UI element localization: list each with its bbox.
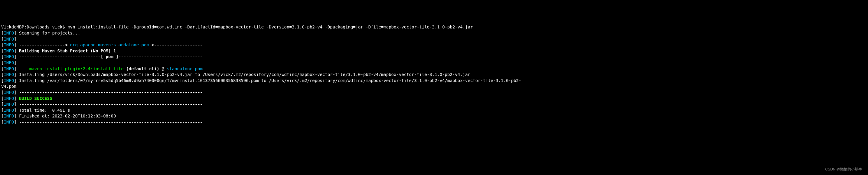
- bracket-close: ]: [14, 66, 16, 71]
- plugin-post: ---: [203, 66, 213, 71]
- bracket-close: ]: [14, 31, 16, 35]
- bracket-close: ]: [14, 96, 16, 101]
- plugin-target: standalone-pom: [167, 66, 203, 71]
- log-line: [INFO] --- maven-install-plugin:2.4:inst…: [1, 66, 867, 72]
- separator: ----------------------------------------…: [17, 120, 203, 124]
- command-line: VickdeMBP:Downloads vick$ mvn install:in…: [1, 24, 867, 30]
- separator: ----------------------------------------…: [17, 90, 203, 95]
- pom-separator: --------------------------------[ pom ]-…: [17, 54, 203, 59]
- bracket-close: ]: [14, 60, 16, 65]
- info-label: INFO: [4, 108, 14, 113]
- watermark-text: CSDN @懒惰的小蜗牛: [825, 167, 862, 172]
- log-line: [INFO]: [1, 60, 867, 66]
- building-text: Building Maven Stub Project (No POM) 1: [17, 49, 116, 53]
- plugin-name: maven-install-plugin:2.4:install-file: [29, 66, 124, 71]
- info-label: INFO: [4, 102, 14, 107]
- bracket-close: ]: [14, 120, 16, 124]
- bracket-close: ]: [14, 78, 16, 83]
- info-label: INFO: [4, 54, 14, 59]
- log-line-wrap: v4.pom: [1, 84, 867, 90]
- log-line: [INFO] Total time: 0.491 s: [1, 108, 867, 114]
- info-label: INFO: [4, 37, 14, 41]
- log-line: [INFO] BUILD SUCCESS: [1, 96, 867, 102]
- separator: ----------------------------------------…: [17, 102, 203, 107]
- plugin-pre: ---: [17, 66, 29, 71]
- log-line: [INFO] Installing /Users/vick/Downloads/…: [1, 72, 867, 78]
- total-time: Total time: 0.491 s: [17, 108, 70, 113]
- build-success: BUILD SUCCESS: [17, 96, 52, 101]
- finished-at: Finished at: 2023-02-20T10:12:03+08:00: [17, 114, 116, 118]
- info-label: INFO: [4, 66, 14, 71]
- dash-post: >-------------------: [149, 42, 203, 47]
- log-line: [INFO] --------------------------------[…: [1, 54, 867, 60]
- info-label: INFO: [4, 42, 14, 47]
- bracket-close: ]: [14, 49, 16, 53]
- log-line: [INFO] Scanning for projects...: [1, 30, 867, 36]
- info-label: INFO: [4, 90, 14, 95]
- dash-pre: ------------------<: [17, 42, 70, 47]
- bracket-close: ]: [14, 90, 16, 95]
- info-label: INFO: [4, 78, 14, 83]
- install-pom-wrap: v4.pom: [1, 84, 17, 89]
- log-line: [INFO] ---------------------------------…: [1, 101, 867, 108]
- bracket-close: ]: [14, 72, 16, 77]
- info-label: INFO: [4, 60, 14, 65]
- bracket-close: ]: [14, 37, 16, 41]
- bracket-close: ]: [14, 108, 16, 113]
- terminal-output: VickdeMBP:Downloads vick$ mvn install:in…: [1, 24, 867, 125]
- install-jar-text: Installing /Users/vick/Downloads/mapbox-…: [17, 72, 470, 77]
- info-label: INFO: [4, 49, 14, 53]
- log-text: Scanning for projects...: [17, 31, 81, 35]
- log-line: [INFO]: [1, 36, 867, 42]
- info-label: INFO: [4, 31, 14, 35]
- log-line: [INFO] ---------------------------------…: [1, 90, 867, 96]
- log-line: [INFO] ---------------------------------…: [1, 119, 867, 125]
- info-label: INFO: [4, 114, 14, 118]
- info-label: INFO: [4, 72, 14, 77]
- info-label: INFO: [4, 96, 14, 101]
- log-line: [INFO] ------------------< org.apache.ma…: [1, 42, 867, 48]
- info-label: INFO: [4, 120, 14, 124]
- standalone-pom-id: org.apache.maven:standalone-pom: [70, 42, 149, 47]
- bracket-close: ]: [14, 102, 16, 107]
- plugin-mid: (default-cli) @: [124, 66, 167, 71]
- log-line: [INFO] Installing /var/folders/07/myrrrv…: [1, 78, 867, 84]
- log-line: [INFO] Building Maven Stub Project (No P…: [1, 48, 867, 54]
- bracket-close: ]: [14, 114, 16, 118]
- bracket-close: ]: [14, 54, 16, 59]
- bracket-close: ]: [14, 42, 16, 47]
- prompt-text: VickdeMBP:Downloads vick$: [1, 25, 67, 29]
- log-line: [INFO] Finished at: 2023-02-20T10:12:03+…: [1, 113, 867, 119]
- install-pom-text: Installing /var/folders/07/myrrrv5s5dq5b…: [17, 78, 521, 83]
- command-text: mvn install:install-file -DgroupId=com.w…: [67, 25, 473, 29]
